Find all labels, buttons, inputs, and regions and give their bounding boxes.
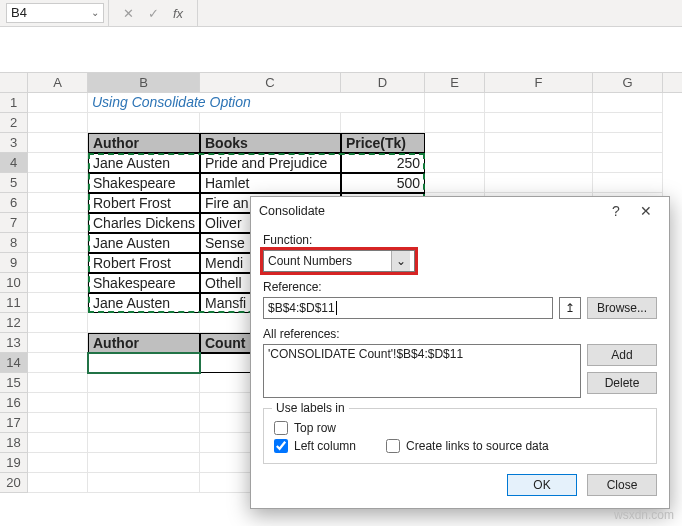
table-row[interactable]: Shakespeare — [88, 273, 200, 293]
cell[interactable] — [485, 133, 593, 153]
row-header[interactable]: 4 — [0, 153, 28, 173]
cell[interactable] — [28, 213, 88, 233]
cell[interactable] — [341, 113, 425, 133]
cell[interactable] — [200, 113, 341, 133]
cell[interactable] — [28, 173, 88, 193]
close-button[interactable]: Close — [587, 474, 657, 496]
table-header-price[interactable]: Price(Tk) — [341, 133, 425, 153]
cell[interactable] — [88, 473, 200, 493]
col-header[interactable]: E — [425, 73, 485, 92]
cell[interactable] — [425, 153, 485, 173]
cell[interactable] — [88, 433, 200, 453]
cell[interactable] — [28, 393, 88, 413]
cell[interactable] — [88, 113, 200, 133]
cell[interactable] — [425, 93, 485, 113]
table-row[interactable]: Jane Austen — [88, 233, 200, 253]
cell[interactable] — [28, 313, 88, 333]
row-header[interactable]: 1 — [0, 93, 28, 113]
cell[interactable] — [88, 313, 200, 333]
cell[interactable] — [28, 93, 88, 113]
cell[interactable] — [28, 453, 88, 473]
cell[interactable] — [28, 193, 88, 213]
table-row[interactable]: Robert Frost — [88, 193, 200, 213]
row-header[interactable]: 15 — [0, 373, 28, 393]
cell[interactable] — [28, 293, 88, 313]
col-header[interactable]: D — [341, 73, 425, 92]
cell-title[interactable]: Using Consolidate Option — [88, 93, 425, 113]
delete-button[interactable]: Delete — [587, 372, 657, 394]
row-header[interactable]: 3 — [0, 133, 28, 153]
row-header[interactable]: 2 — [0, 113, 28, 133]
checkbox-icon[interactable] — [386, 439, 400, 453]
top-row-checkbox[interactable]: Top row — [274, 421, 356, 435]
cell[interactable] — [28, 473, 88, 493]
add-button[interactable]: Add — [587, 344, 657, 366]
row-header[interactable]: 9 — [0, 253, 28, 273]
cell[interactable] — [425, 173, 485, 193]
browse-button[interactable]: Browse... — [587, 297, 657, 319]
cancel-icon[interactable]: ✕ — [123, 6, 134, 21]
checkbox-icon[interactable] — [274, 439, 288, 453]
ok-button[interactable]: OK — [507, 474, 577, 496]
cell[interactable] — [485, 153, 593, 173]
cell[interactable] — [28, 273, 88, 293]
row-header[interactable]: 18 — [0, 433, 28, 453]
row-header[interactable]: 11 — [0, 293, 28, 313]
row-header[interactable]: 17 — [0, 413, 28, 433]
cell[interactable] — [88, 393, 200, 413]
table-row[interactable]: Hamlet — [200, 173, 341, 193]
cell[interactable] — [593, 173, 663, 193]
table-row[interactable]: 500 — [341, 173, 425, 193]
table-row[interactable]: Robert Frost — [88, 253, 200, 273]
formula-input[interactable] — [197, 0, 682, 26]
table2-header-author[interactable]: Author — [88, 333, 200, 353]
row-header[interactable]: 10 — [0, 273, 28, 293]
left-column-checkbox[interactable]: Left column — [274, 439, 356, 453]
help-icon[interactable]: ? — [601, 203, 631, 219]
accept-icon[interactable]: ✓ — [148, 6, 159, 21]
row-header[interactable]: 12 — [0, 313, 28, 333]
row-header[interactable]: 13 — [0, 333, 28, 353]
cell[interactable] — [28, 233, 88, 253]
cell[interactable] — [88, 453, 200, 473]
row-header[interactable]: 19 — [0, 453, 28, 473]
all-references-list[interactable]: 'CONSOLIDATE Count'!$B$4:$D$11 — [263, 344, 581, 398]
cell[interactable] — [485, 173, 593, 193]
cell[interactable] — [28, 413, 88, 433]
cell[interactable] — [28, 353, 88, 373]
list-item[interactable]: 'CONSOLIDATE Count'!$B$4:$D$11 — [268, 347, 576, 361]
row-header[interactable]: 6 — [0, 193, 28, 213]
reference-input[interactable]: $B$4:$D$11 — [263, 297, 553, 319]
cell[interactable] — [593, 153, 663, 173]
cell[interactable] — [88, 413, 200, 433]
cell[interactable] — [425, 113, 485, 133]
cell[interactable] — [28, 153, 88, 173]
name-box[interactable]: B4 ⌄ — [6, 3, 104, 23]
cell[interactable] — [28, 333, 88, 353]
checkbox-icon[interactable] — [274, 421, 288, 435]
close-icon[interactable]: ✕ — [631, 203, 661, 219]
row-header[interactable]: 16 — [0, 393, 28, 413]
col-header[interactable]: G — [593, 73, 663, 92]
cell[interactable] — [28, 433, 88, 453]
cell[interactable] — [485, 93, 593, 113]
table-row[interactable]: Pride and Prejudice — [200, 153, 341, 173]
select-all-corner[interactable] — [0, 73, 28, 92]
table-row[interactable]: Shakespeare — [88, 173, 200, 193]
col-header[interactable]: C — [200, 73, 341, 92]
col-header[interactable]: F — [485, 73, 593, 92]
cell[interactable] — [593, 133, 663, 153]
cell[interactable] — [28, 133, 88, 153]
cell[interactable] — [485, 113, 593, 133]
row-header[interactable]: 20 — [0, 473, 28, 493]
cell[interactable] — [28, 373, 88, 393]
row-header[interactable]: 8 — [0, 233, 28, 253]
table-row[interactable]: Jane Austen — [88, 153, 200, 173]
col-header[interactable]: A — [28, 73, 88, 92]
cell[interactable] — [28, 113, 88, 133]
table-header-author[interactable]: Author — [88, 133, 200, 153]
table-header-books[interactable]: Books — [200, 133, 341, 153]
table-row[interactable]: Charles Dickens — [88, 213, 200, 233]
fx-icon[interactable]: fx — [173, 6, 183, 21]
row-header[interactable]: 14 — [0, 353, 28, 373]
